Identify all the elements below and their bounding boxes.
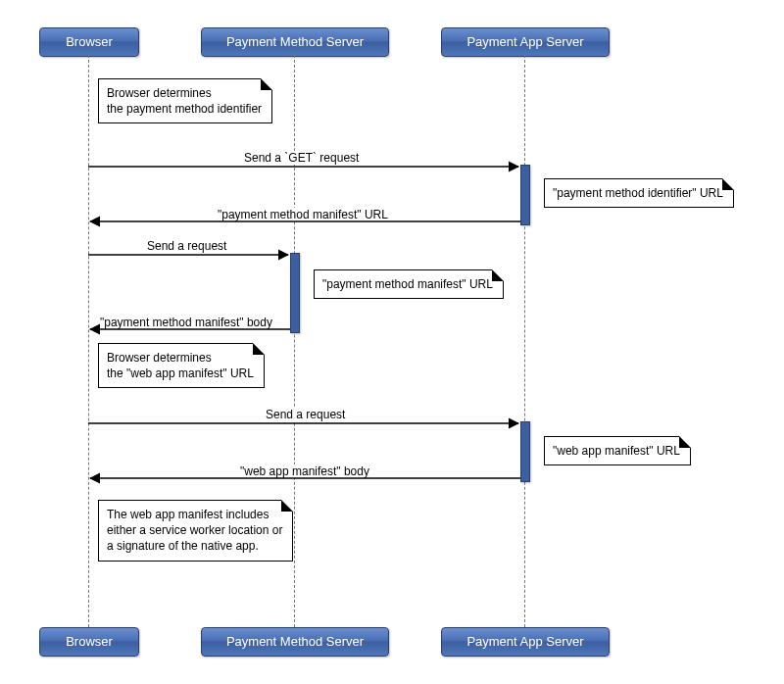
msg-label: "payment method manifest" URL <box>216 208 390 221</box>
note-line: the "web app manifest" URL <box>107 366 254 381</box>
actor-label: Payment App Server <box>466 634 583 649</box>
note-line: "web app manifest" URL <box>553 444 680 458</box>
msg-label: Send a request <box>145 239 228 253</box>
note-line: a signature of the native app. <box>107 538 282 554</box>
msg-label: Send a `GET` request <box>242 151 361 165</box>
actor-pms-top: Payment Method Server <box>201 27 389 57</box>
note-determine-identifier: Browser determines the payment method id… <box>98 78 272 123</box>
activation-pas-1 <box>520 165 530 225</box>
lifeline-pms <box>294 55 295 627</box>
note-line: The web app manifest includes <box>107 507 282 522</box>
note-line: "payment method identifier" URL <box>553 186 723 200</box>
msg-label: "payment method manifest" body <box>98 316 274 329</box>
note-line: the payment method identifier <box>107 101 262 117</box>
note-determine-webapp-url: Browser determines the "web app manifest… <box>98 343 265 388</box>
lifeline-pas <box>524 55 525 627</box>
activation-pas-2 <box>520 421 530 482</box>
lifeline-browser <box>88 55 89 627</box>
actor-label: Payment App Server <box>466 34 583 49</box>
note-line: Browser determines <box>107 350 254 366</box>
actor-pas-bot: Payment App Server <box>441 627 610 657</box>
actor-pms-bot: Payment Method Server <box>201 627 389 657</box>
actor-browser-top: Browser <box>39 27 139 57</box>
actor-label: Payment Method Server <box>226 634 364 649</box>
activation-pms-1 <box>290 253 300 333</box>
msg-label: "web app manifest" body <box>238 464 371 478</box>
note-webapp-url: "web app manifest" URL <box>544 436 691 465</box>
actor-label: Browser <box>66 634 113 649</box>
note-line: "payment method manifest" URL <box>322 277 493 291</box>
actor-label: Payment Method Server <box>226 34 364 49</box>
msg-label: Send a request <box>264 408 347 421</box>
actor-pas-top: Payment App Server <box>441 27 610 57</box>
note-manifest-url: "payment method manifest" URL <box>314 269 504 299</box>
note-line: either a service worker location or <box>107 522 282 538</box>
note-line: Browser determines <box>107 85 262 101</box>
actor-browser-bot: Browser <box>39 627 139 657</box>
note-webapp-content: The web app manifest includes either a s… <box>98 500 293 562</box>
note-identifier-url: "payment method identifier" URL <box>544 178 734 208</box>
actor-label: Browser <box>66 34 113 49</box>
sequence-diagram: Browser Payment Method Server Payment Ap… <box>20 20 764 664</box>
